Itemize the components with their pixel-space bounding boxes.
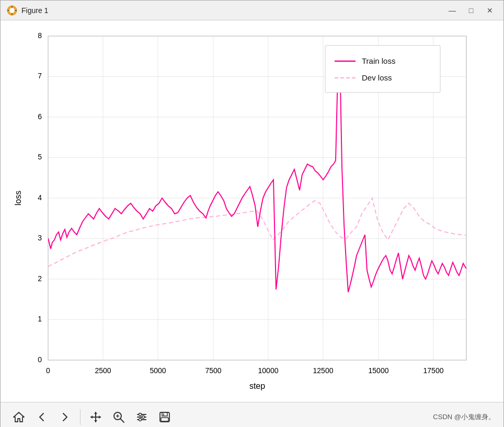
close-button[interactable]: ✕ [483,4,497,17]
title-bar: Figure 1 — □ ✕ [1,1,503,20]
svg-text:15000: 15000 [369,366,389,375]
window-title: Figure 1 [21,6,445,15]
svg-rect-44 [325,45,440,93]
svg-text:8: 8 [38,31,42,40]
svg-text:Dev loss: Dev loss [362,73,392,82]
svg-line-53 [121,419,124,422]
loss-chart: 0 1 2 3 4 5 6 7 8 loss 0 2500 5000 7500 … [12,26,492,397]
svg-text:5000: 5000 [150,366,166,375]
minimize-button[interactable]: — [445,4,460,17]
svg-text:0: 0 [46,366,50,375]
svg-point-60 [142,416,145,418]
forward-button[interactable] [55,407,75,427]
svg-text:4: 4 [38,193,42,202]
svg-text:1: 1 [38,315,42,323]
svg-text:3: 3 [38,234,42,242]
svg-text:Train loss: Train loss [362,56,395,65]
svg-text:2: 2 [38,274,42,283]
svg-marker-49 [14,412,24,422]
zoom-icon [112,411,125,423]
credit-text: CSDN @小鬼缠身。 [178,412,495,422]
svg-rect-64 [161,418,168,421]
separator-1 [80,409,81,425]
toolbar: CSDN @小鬼缠身。 [1,402,503,427]
svg-text:7: 7 [38,72,42,80]
maximize-button[interactable]: □ [464,4,478,17]
home-icon [13,411,25,423]
svg-text:5: 5 [38,153,42,161]
svg-text:7500: 7500 [205,366,221,375]
save-icon [158,411,171,423]
forward-icon [59,411,71,423]
svg-text:12500: 12500 [313,366,334,375]
home-button[interactable] [9,407,29,427]
svg-text:loss: loss [14,191,22,205]
svg-text:2500: 2500 [95,366,111,375]
window-controls: — □ ✕ [445,4,497,17]
config-icon [135,411,148,423]
svg-text:6: 6 [38,112,42,121]
pan-button[interactable] [86,407,106,427]
main-window: Figure 1 — □ ✕ [0,0,504,427]
chart-container: 0 1 2 3 4 5 6 7 8 loss 0 2500 5000 7500 … [12,26,492,397]
zoom-button[interactable] [109,407,129,427]
back-icon [36,411,48,423]
save-button[interactable] [155,407,175,427]
chart-area: 0 1 2 3 4 5 6 7 8 loss 0 2500 5000 7500 … [1,20,503,402]
app-icon [7,5,17,16]
config-button[interactable] [132,407,152,427]
back-button[interactable] [32,407,52,427]
svg-text:0: 0 [38,355,42,364]
pan-icon [89,411,102,423]
svg-point-61 [139,418,142,421]
svg-point-59 [139,413,142,416]
svg-point-1 [9,8,15,13]
svg-text:17500: 17500 [423,366,444,375]
svg-rect-63 [162,412,167,416]
svg-text:10000: 10000 [258,366,279,375]
svg-text:step: step [249,382,265,390]
